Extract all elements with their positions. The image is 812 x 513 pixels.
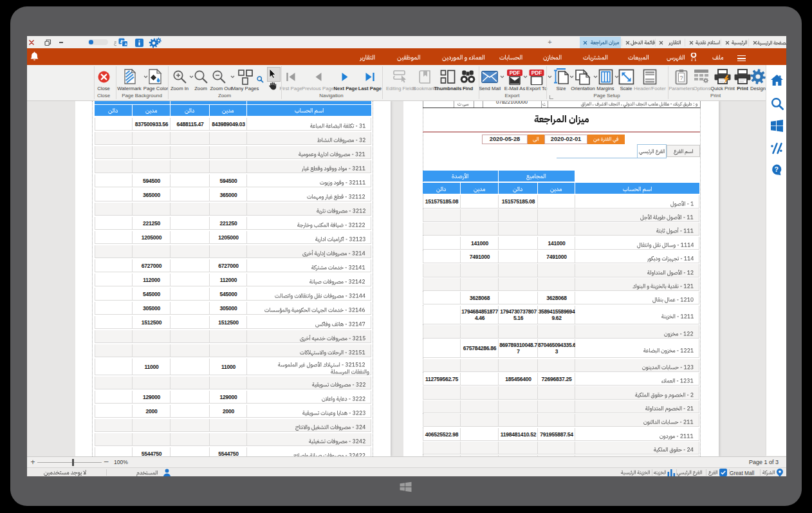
svg-text:?: ?	[774, 166, 778, 174]
svg-text:PDF: PDF	[531, 70, 542, 76]
svg-text:?: ?	[679, 75, 683, 81]
svg-text:PDF: PDF	[510, 70, 521, 76]
